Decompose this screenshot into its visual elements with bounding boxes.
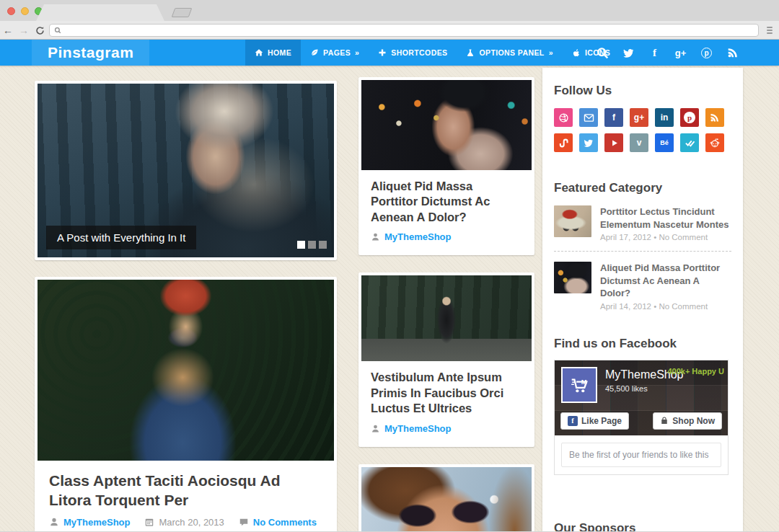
reddit-alien-icon[interactable]: [705, 133, 724, 152]
browser-menu-icon[interactable]: [765, 25, 775, 35]
dribbble-icon[interactable]: [554, 108, 573, 127]
home-icon: [255, 48, 263, 57]
minimize-button[interactable]: [21, 7, 29, 15]
slider-dot-3[interactable]: [319, 241, 327, 249]
rss-icon[interactable]: [726, 47, 739, 59]
featured-slider: A Post with Everything In It: [35, 81, 337, 260]
address-input[interactable]: [61, 26, 754, 35]
post-meta: MyThemeShop March 20, 2013 No Comments: [49, 517, 322, 528]
window-controls: [7, 7, 43, 15]
social-grid: f g+ in p v Bé: [554, 108, 731, 152]
forward-button[interactable]: →: [16, 22, 32, 39]
address-bar[interactable]: [49, 24, 759, 37]
comments-link[interactable]: No Comments: [253, 517, 317, 528]
post-image[interactable]: [38, 280, 334, 461]
author-icon: [371, 232, 380, 241]
facebook-like-box: M MyThemeShop 45,500 likes 400k+ Happy U…: [554, 360, 729, 475]
post-image[interactable]: [361, 80, 532, 170]
facebook-page-avatar[interactable]: M: [561, 367, 597, 403]
facebook-icon: f: [568, 416, 578, 426]
featured-thumbnail[interactable]: [554, 262, 591, 293]
featured-item: Aliquet Pid Massa Porttitor Dictumst Ac …: [554, 262, 731, 311]
featured-item-title[interactable]: Aliquet Pid Massa Porttitor Dictumst Ac …: [600, 262, 731, 300]
featured-item-date: April 14, 2012 • No Comment: [600, 302, 731, 311]
facebook-widget-title: Find us on Facebook: [554, 337, 731, 351]
vimeo-icon[interactable]: v: [630, 133, 648, 152]
google-plus-icon[interactable]: g+: [630, 108, 648, 127]
post-card: Aliquet Pid Massa Porttitor Dictumst Ac …: [358, 77, 534, 255]
nav-item-shortcodes[interactable]: SHORTCODES: [369, 40, 457, 66]
apple-icon: [572, 48, 581, 58]
slider-pagination: [297, 241, 327, 249]
pinterest-icon[interactable]: p: [700, 47, 713, 59]
post-meta: MyThemeShop: [371, 231, 522, 242]
post-title[interactable]: Aliquet Pid Massa Porttitor Dictumst Ac …: [371, 179, 522, 225]
new-tab-button[interactable]: [172, 8, 193, 17]
featured-item: Porttitor Lectus Tincidunt Elementum Nas…: [554, 205, 731, 241]
author-link[interactable]: MyThemeShop: [384, 423, 451, 434]
facebook-message-area: Be the first of your friends to like thi…: [555, 435, 728, 474]
post-card: [358, 464, 534, 531]
slider-caption[interactable]: A Post with Everything In It: [46, 226, 196, 249]
calendar-icon: [144, 517, 154, 527]
facebook-cover-photo: M MyThemeShop 45,500 likes 400k+ Happy U…: [555, 360, 728, 435]
post-date: March 20, 2013: [159, 517, 224, 528]
facebook-likes-count: 45,500 likes: [605, 384, 648, 393]
flask-icon: [466, 48, 475, 57]
shopping-bag-icon: [660, 416, 669, 425]
nav-item-home[interactable]: HOME: [245, 40, 301, 66]
search-icon[interactable]: [597, 47, 609, 59]
back-button[interactable]: ←: [0, 22, 16, 39]
comment-icon: [239, 517, 249, 527]
facebook-icon[interactable]: f: [648, 47, 661, 59]
logo-text: Pinstagram: [48, 44, 133, 61]
shop-now-button[interactable]: Shop Now: [653, 412, 722, 430]
author-icon: [49, 517, 59, 527]
youtube-play-icon[interactable]: [604, 133, 623, 152]
sponsors-title: Our Sponsors: [554, 521, 731, 531]
post-title[interactable]: Vestibulum Ante Ipsum Primis In Faucibus…: [371, 370, 522, 416]
author-link[interactable]: MyThemeShop: [384, 231, 451, 242]
browser-tab[interactable]: [36, 4, 164, 21]
slider-dot-2[interactable]: [308, 241, 316, 249]
post-image[interactable]: [361, 275, 532, 361]
behance-icon[interactable]: Bé: [655, 133, 674, 152]
nav-item-options-panel[interactable]: OPTIONS PANEL»: [457, 40, 562, 66]
email-icon[interactable]: [579, 108, 598, 127]
post-image[interactable]: [361, 467, 532, 531]
author-icon: [371, 424, 380, 433]
like-page-button[interactable]: f Like Page: [560, 412, 629, 430]
post-card: Vestibulum Ante Ipsum Primis In Faucibus…: [358, 272, 534, 446]
rss-icon[interactable]: [705, 108, 724, 127]
divider: [554, 251, 731, 252]
google-plus-icon[interactable]: g+: [674, 47, 687, 59]
facebook-icon[interactable]: f: [604, 108, 623, 127]
featured-thumbnail[interactable]: [554, 205, 591, 237]
pinterest-icon[interactable]: p: [680, 108, 699, 127]
page-viewport: Pinstagram HOME PAGES» SHORTCODES OPTIO: [0, 40, 779, 531]
slider-dot-1[interactable]: [297, 241, 305, 249]
cart-logo-icon: M: [568, 374, 590, 396]
featured-item-title[interactable]: Porttitor Lectus Tincidunt Elementum Nas…: [600, 205, 731, 231]
post-card: Class Aptent Taciti Aociosqu Ad Litora T…: [35, 277, 337, 531]
post-title[interactable]: Class Aptent Taciti Aociosqu Ad Litora T…: [49, 471, 322, 510]
twitter-icon[interactable]: [579, 133, 598, 152]
close-button[interactable]: [7, 7, 15, 15]
nav-item-pages[interactable]: PAGES»: [301, 40, 369, 66]
refresh-icon[interactable]: [32, 22, 48, 39]
twitter-icon[interactable]: [622, 47, 635, 59]
author-link[interactable]: MyThemeShop: [63, 517, 130, 528]
main-nav: HOME PAGES» SHORTCODES OPTIONS PANEL» IC…: [245, 40, 620, 66]
checkmarks-icon[interactable]: [680, 133, 699, 152]
column-left: A Post with Everything In It Class Apten…: [35, 81, 337, 531]
facebook-cover-badge: 400k+ Happy U: [667, 367, 724, 376]
sidebar: Follow Us f g+ in p: [542, 68, 743, 531]
search-icon: [54, 27, 61, 34]
linkedin-icon[interactable]: in: [655, 108, 674, 127]
post-meta: MyThemeShop: [371, 423, 522, 434]
browser-window: ← → Pinstagram HOME PAGES»: [0, 0, 779, 532]
site-logo[interactable]: Pinstagram: [32, 40, 149, 66]
browser-toolbar: ← →: [0, 21, 779, 40]
stumbleupon-icon[interactable]: [554, 133, 573, 152]
leaf-icon: [310, 48, 319, 57]
